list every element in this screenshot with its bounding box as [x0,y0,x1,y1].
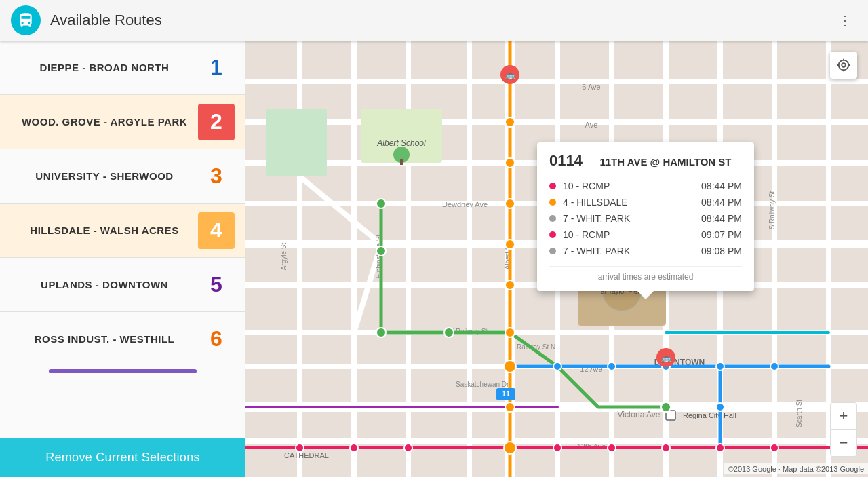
svg-point-64 [376,199,386,208]
arrival-label: 10 - RCMP [563,180,701,191]
popup-header: 0114 11TH AVE @ HAMILTON ST [549,152,742,170]
svg-point-75 [404,444,412,452]
arrival-dot [549,248,556,254]
svg-point-60 [505,328,515,337]
svg-rect-90 [400,159,403,165]
svg-text:CATHEDRAL: CATHEDRAL [284,451,329,459]
map-controls [830,52,857,80]
svg-point-82 [716,403,724,411]
svg-text:S Railway St: S Railway St [768,191,776,229]
arrival-time: 08:44 PM [701,180,742,191]
zoom-out-button[interactable]: − [830,430,857,457]
route-number-6: 6 [198,321,235,358]
svg-text:11: 11 [502,389,510,398]
svg-point-59 [505,280,515,290]
arrival-dot [549,199,556,206]
svg-point-70 [608,444,616,452]
route-name-4: HILLSDALE - WALSH ACRES [11,225,198,236]
arrival-row: 10 - RCMP08:44 PM [549,178,742,194]
bus-icon [17,12,35,29]
zoom-in-button[interactable]: + [830,402,857,430]
svg-point-93 [842,63,846,67]
route-sidebar: DIEPPE - BROAD NORTH1WOOD. GROVE - ARGYL… [0,41,245,477]
svg-text:Victoria Ave: Victoria Ave [618,410,660,419]
svg-point-94 [839,60,849,71]
svg-text:Albert School: Albert School [376,138,426,148]
svg-point-83 [504,360,516,373]
app-logo [11,5,41,35]
popup-route-number: 0114 [549,152,583,170]
svg-point-73 [770,444,778,452]
route-name-3: UNIVERSITY - SHERWOOD [11,170,198,182]
svg-point-66 [376,328,386,337]
svg-point-55 [505,117,515,127]
route-item-1[interactable]: DIEPPE - BROAD NORTH1 [0,41,245,95]
popup-footer: arrival times are estimated [549,266,742,282]
route-number-2: 2 [198,104,235,140]
main-layout: DIEPPE - BROAD NORTH1WOOD. GROVE - ARGYL… [0,41,868,477]
svg-text:🚌: 🚌 [505,70,515,80]
map-attribution: ©2013 Google · Map data ©2013 Google [724,463,868,474]
arrival-dot [549,215,556,222]
svg-point-58 [505,240,515,249]
map-area[interactable]: Albert School Mosaic Stadium at Taylor F… [245,41,868,477]
svg-text:🚌: 🚌 [661,353,671,363]
arrival-dot [549,183,556,189]
route-name-1: DIEPPE - BROAD NORTH [11,62,198,73]
arrival-row: 7 - WHIT. PARK08:44 PM [549,210,742,227]
popup-arrivals: 10 - RCMP08:44 PM4 - HILLSDALE08:44 PM7 … [549,178,742,259]
svg-point-80 [716,362,724,370]
route-number-5: 5 [198,267,235,303]
stop-popup: 0114 11TH AVE @ HAMILTON ST 10 - RCMP08:… [537,142,754,291]
svg-point-78 [608,362,616,370]
route-item-6[interactable]: ROSS INDUST. - WESTHILL6 [0,312,245,366]
app-header: Available Routes ⋮ [0,0,868,41]
svg-point-69 [553,444,561,452]
svg-text:Ave: Ave [585,121,598,129]
route-item-2[interactable]: WOOD. GROVE - ARGYLE PARK2 [0,95,245,149]
app-title: Available Routes [50,12,833,29]
arrival-time: 09:08 PM [701,246,742,256]
svg-text:Dewdney Ave: Dewdney Ave [442,200,488,208]
arrival-label: 4 - HILLSDALE [563,197,701,208]
svg-point-84 [504,442,516,454]
svg-point-76 [296,444,304,452]
route-number-4: 4 [198,212,235,249]
arrival-time: 08:44 PM [701,213,742,224]
svg-text:6 Ave: 6 Ave [582,83,600,91]
popup-stop-name: 11TH AVE @ HAMILTON ST [589,156,742,168]
route-number-1: 1 [198,50,235,86]
arrival-label: 7 - WHIT. PARK [563,246,701,256]
svg-point-71 [662,444,670,452]
route-name-5: UPLANDS - DOWNTOWN [11,279,198,290]
menu-icon[interactable]: ⋮ [833,7,857,34]
arrival-label: 10 - RCMP [563,229,701,240]
locate-button[interactable] [830,52,857,79]
route-item-3[interactable]: UNIVERSITY - SHERWOOD3 [0,149,245,204]
svg-point-74 [350,444,358,452]
svg-text:Regina City Hall: Regina City Hall [683,411,736,419]
route-list: DIEPPE - BROAD NORTH1WOOD. GROVE - ARGYL… [0,41,245,366]
svg-point-62 [505,402,515,412]
route-name-6: ROSS INDUST. - WESTHILL [11,333,198,345]
svg-point-57 [505,199,515,208]
arrival-time: 09:07 PM [701,229,742,240]
svg-point-81 [770,362,778,370]
svg-point-68 [661,402,671,412]
svg-point-72 [716,444,724,452]
svg-text:Argyle St: Argyle St [280,242,288,270]
arrival-label: 7 - WHIT. PARK [563,213,701,224]
svg-point-65 [376,246,386,256]
route-item-5[interactable]: UPLANDS - DOWNTOWN5 [0,258,245,312]
route-item-4[interactable]: HILLSDALE - WALSH ACRES4 [0,204,245,258]
svg-text:Saskatchewan Dr: Saskatchewan Dr [456,381,509,388]
route-number-3: 3 [198,158,235,195]
arrival-row: 10 - RCMP09:07 PM [549,227,742,243]
remove-selections-button[interactable]: Remove Current Selections [0,438,245,477]
svg-point-77 [553,362,561,370]
svg-rect-24 [266,109,327,176]
svg-point-56 [505,158,515,168]
svg-text:Scarth St: Scarth St [795,400,803,427]
arrival-row: 4 - HILLSDALE08:44 PM [549,194,742,210]
arrival-row: 7 - WHIT. PARK09:08 PM [549,243,742,259]
